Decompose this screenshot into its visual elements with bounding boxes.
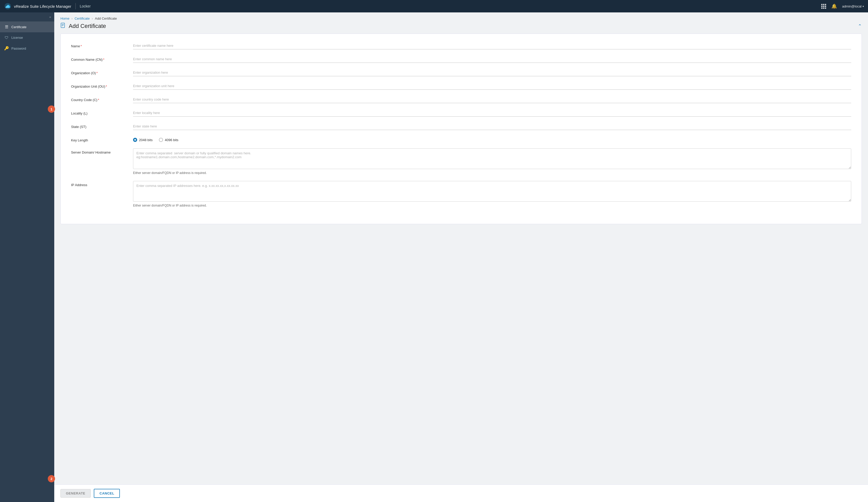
locality-field xyxy=(133,109,851,117)
certificate-icon: ☰ xyxy=(4,24,9,29)
nav-section: Locker xyxy=(80,4,91,8)
notifications-icon[interactable]: 🔔 xyxy=(831,3,837,9)
ou-label: Organization Unit (OU)* xyxy=(71,82,133,88)
username: admin@local xyxy=(842,4,861,8)
sidebar-item-password[interactable]: 🔑 Password xyxy=(0,43,54,54)
key-length-2048-option[interactable]: 2048 bits xyxy=(133,138,153,142)
breadcrumb-certificate[interactable]: Certificate xyxy=(75,17,90,20)
org-field xyxy=(133,69,851,76)
sidebar-item-certificate[interactable]: ☰ Certificate xyxy=(0,21,54,32)
license-icon: 🛡 xyxy=(4,36,9,40)
locality-label: Locality (L) xyxy=(71,109,133,115)
sidebar: « ☰ Certificate 🛡 License 🔑 Password xyxy=(0,12,54,502)
key-length-label: Key Length xyxy=(71,136,133,142)
ou-field xyxy=(133,82,851,90)
name-input[interactable] xyxy=(133,42,851,49)
cn-input[interactable] xyxy=(133,56,851,63)
breadcrumb: Home › Certificate › Add Certificate xyxy=(54,12,868,22)
org-required: * xyxy=(96,71,98,75)
brand: vRealize Suite Lifecycle Manager xyxy=(4,2,71,10)
breadcrumb-sep-2: › xyxy=(92,17,93,20)
server-domain-row: Server Domain/ Hostname Either server do… xyxy=(71,148,851,175)
state-input[interactable] xyxy=(133,123,851,130)
ip-address-hint: Either server domain/FQDN or IP address … xyxy=(133,204,851,207)
ip-address-field: Either server domain/FQDN or IP address … xyxy=(133,181,851,207)
sidebar-item-password-label: Password xyxy=(11,47,26,50)
state-label: State (ST) xyxy=(71,123,133,129)
app-title: vRealize Suite Lifecycle Manager xyxy=(14,4,71,9)
cn-label: Common Name (CN)* xyxy=(71,56,133,61)
country-label: Country Code (C)* xyxy=(71,96,133,102)
locality-input[interactable] xyxy=(133,109,851,117)
sidebar-item-license[interactable]: 🛡 License xyxy=(0,32,54,43)
app-body: « ☰ Certificate 🛡 License 🔑 Password 1 H… xyxy=(0,12,868,502)
key-length-4096-label: 4096 bits xyxy=(165,138,178,142)
sidebar-item-certificate-label: Certificate xyxy=(11,25,27,29)
breadcrumb-sep-1: › xyxy=(72,17,73,20)
apps-icon[interactable] xyxy=(821,4,826,9)
generate-button[interactable]: GENERATE xyxy=(61,489,91,498)
server-domain-input[interactable] xyxy=(133,148,851,169)
state-field xyxy=(133,123,851,130)
key-length-radio-group: 2048 bits 4096 bits xyxy=(133,136,851,142)
key-length-2048-label: 2048 bits xyxy=(139,138,153,142)
form-card: Name* Common Name (CN)* Organization (O)… xyxy=(61,33,862,224)
ip-address-input[interactable] xyxy=(133,181,851,202)
main-content: Home › Certificate › Add Certificate Add… xyxy=(54,12,868,502)
locality-row: Locality (L) xyxy=(71,109,851,117)
key-length-4096-option[interactable]: 4096 bits xyxy=(159,138,178,142)
sidebar-badge-1: 1 xyxy=(48,106,55,113)
page-collapse-button[interactable]: ⌃ xyxy=(858,23,862,29)
nav-divider xyxy=(75,3,76,9)
ou-row: Organization Unit (OU)* xyxy=(71,82,851,90)
key-length-4096-radio[interactable] xyxy=(159,138,163,142)
ou-required: * xyxy=(106,84,107,88)
ip-address-label: IP Address xyxy=(71,181,133,187)
server-domain-field: Either server domain/FQDN or IP address … xyxy=(133,148,851,175)
country-field xyxy=(133,96,851,103)
ou-input[interactable] xyxy=(133,82,851,90)
password-icon: 🔑 xyxy=(4,46,9,51)
navbar-right: 🔔 admin@local ▾ xyxy=(821,3,864,9)
breadcrumb-home[interactable]: Home xyxy=(61,17,70,20)
name-field xyxy=(133,42,851,49)
country-input[interactable] xyxy=(133,96,851,103)
key-length-field: 2048 bits 4096 bits xyxy=(133,136,851,142)
page-title: Add Certificate xyxy=(69,23,106,29)
name-row: Name* xyxy=(71,42,851,49)
page-title-icon xyxy=(61,22,66,29)
server-domain-label: Server Domain/ Hostname xyxy=(71,148,133,154)
sidebar-badge-2: 2 xyxy=(48,475,55,482)
cn-row: Common Name (CN)* xyxy=(71,56,851,63)
state-row: State (ST) xyxy=(71,123,851,130)
name-required: * xyxy=(81,44,82,48)
page-title-row: Add Certificate xyxy=(61,22,106,29)
cn-field xyxy=(133,56,851,63)
org-row: Organization (O)* xyxy=(71,69,851,76)
cn-required: * xyxy=(103,58,104,61)
app-logo xyxy=(4,2,11,10)
breadcrumb-current: Add Certificate xyxy=(95,17,117,20)
country-required: * xyxy=(98,98,99,102)
server-domain-hint: Either server domain/FQDN or IP address … xyxy=(133,171,851,175)
svg-rect-1 xyxy=(61,23,65,28)
sidebar-collapse-button[interactable]: « xyxy=(0,12,54,21)
org-input[interactable] xyxy=(133,69,851,76)
org-label: Organization (O)* xyxy=(71,69,133,75)
footer-spacer xyxy=(54,224,868,245)
cancel-button[interactable]: CANCEL xyxy=(94,489,120,498)
page-header: Add Certificate ⌃ xyxy=(54,22,868,33)
navbar: vRealize Suite Lifecycle Manager Locker … xyxy=(0,0,868,12)
user-menu[interactable]: admin@local ▾ xyxy=(842,4,864,8)
key-length-row: Key Length 2048 bits 4096 bits xyxy=(71,136,851,142)
sidebar-item-license-label: License xyxy=(11,36,23,40)
user-chevron-icon: ▾ xyxy=(862,5,864,8)
ip-address-row: IP Address Either server domain/FQDN or … xyxy=(71,181,851,207)
name-label: Name* xyxy=(71,42,133,48)
key-length-2048-radio[interactable] xyxy=(133,138,137,142)
page-footer: GENERATE CANCEL xyxy=(54,484,868,502)
sidebar-nav: ☰ Certificate 🛡 License 🔑 Password xyxy=(0,21,54,502)
country-row: Country Code (C)* xyxy=(71,96,851,103)
